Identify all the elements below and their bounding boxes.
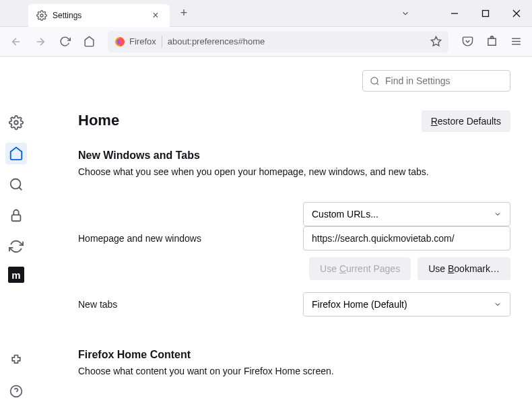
svg-point-19 [371, 77, 378, 83]
window-titlebar: Settings × + [0, 0, 532, 27]
sidebar-item-help[interactable] [5, 380, 27, 402]
identity-box[interactable]: Firefox [114, 36, 156, 47]
restore-defaults-button[interactable]: Restore Defaults [422, 110, 510, 132]
sidebar-item-general[interactable] [5, 112, 27, 133]
browser-toolbar: Firefox about:preferences#home [0, 27, 532, 57]
homepage-url-input[interactable] [303, 226, 510, 250]
home-button[interactable] [78, 31, 100, 53]
new-tab-button[interactable]: + [174, 3, 194, 24]
extensions-button[interactable] [481, 31, 502, 53]
pocket-button[interactable] [457, 31, 478, 53]
window-controls [439, 0, 532, 27]
maximize-button[interactable] [470, 0, 501, 27]
chevron-down-icon [494, 300, 502, 308]
svg-line-20 [376, 83, 378, 85]
search-icon [370, 76, 380, 86]
close-window-button[interactable] [501, 0, 532, 27]
firefox-icon [114, 36, 125, 47]
sidebar-item-privacy[interactable] [5, 205, 27, 226]
url-bar[interactable]: Firefox about:preferences#home [108, 31, 448, 53]
url-separator [162, 36, 162, 48]
chevron-down-icon [494, 210, 502, 218]
identity-label: Firefox [129, 36, 156, 46]
back-button[interactable] [5, 31, 27, 53]
svg-marker-9 [431, 36, 440, 45]
newtabs-label: New tabs [78, 299, 303, 310]
section-description: Choose what you see when you open your h… [78, 166, 510, 179]
dropdown-value: Firefox Home (Default) [312, 299, 407, 310]
close-icon[interactable]: × [149, 9, 162, 22]
svg-point-0 [40, 14, 43, 17]
url-text: about:preferences#home [168, 36, 425, 46]
svg-rect-16 [12, 215, 21, 221]
forward-button[interactable] [30, 31, 51, 53]
section-heading-windows-tabs: New Windows and Tabs [78, 149, 510, 162]
sidebar-item-extensions[interactable] [5, 349, 27, 371]
reload-button[interactable] [54, 31, 75, 53]
newtabs-dropdown[interactable]: Firefox Home (Default) [303, 292, 510, 316]
use-current-pages-button[interactable]: Use Current Pages [309, 257, 411, 280]
section-description: Choose what content you want on your Fir… [78, 365, 510, 378]
gear-icon [36, 10, 47, 21]
menu-button[interactable] [505, 31, 527, 53]
find-settings-search[interactable]: Find in Settings [362, 70, 510, 92]
dropdown-value: Custom URLs... [312, 209, 378, 220]
use-bookmark-button[interactable]: Use Bookmark… [418, 257, 510, 280]
settings-main: Find in Settings Home Restore Defaults N… [32, 57, 532, 402]
sidebar-item-home[interactable] [5, 143, 27, 164]
settings-sidebar: m [0, 57, 32, 402]
homepage-mode-dropdown[interactable]: Custom URLs... [303, 202, 510, 226]
sidebar-item-sync[interactable] [5, 236, 27, 257]
svg-point-14 [11, 179, 21, 189]
svg-point-13 [14, 121, 18, 125]
tab-title: Settings [53, 11, 144, 20]
sidebar-item-more[interactable]: m [8, 267, 24, 283]
bookmark-star-icon[interactable] [430, 36, 442, 47]
homepage-label: Homepage and new windows [78, 233, 303, 244]
section-heading-home-content: Firefox Home Content [78, 349, 510, 361]
svg-rect-2 [483, 10, 489, 16]
svg-line-15 [19, 187, 22, 190]
tabs-dropdown-button[interactable] [392, 0, 419, 27]
minimize-button[interactable] [439, 0, 470, 27]
sidebar-item-search[interactable] [5, 174, 27, 195]
search-placeholder: Find in Settings [385, 75, 451, 86]
browser-tab[interactable]: Settings × [28, 4, 170, 27]
